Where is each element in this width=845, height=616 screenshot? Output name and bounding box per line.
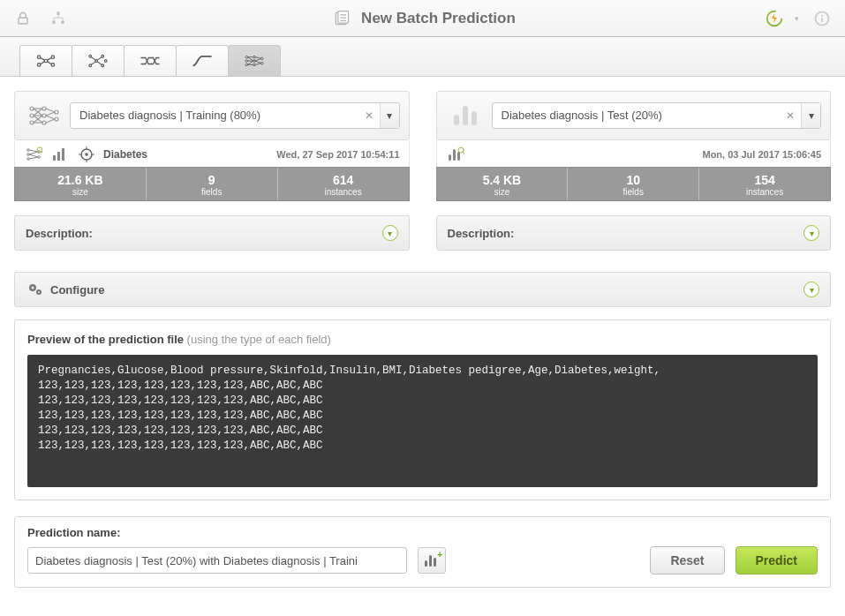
preview-content: Pregnancies,Glucose,Blood pressure,Skinf… <box>27 355 818 487</box>
svg-line-76 <box>29 157 38 159</box>
svg-rect-80 <box>57 152 60 161</box>
svg-point-99 <box>38 291 40 293</box>
configure-row[interactable]: Configure ▾ <box>14 272 831 307</box>
tab-timeseries[interactable] <box>176 45 229 77</box>
dataset-selector[interactable]: Diabetes diagnosis | Test (20%) ✕ ▾ <box>492 102 822 129</box>
svg-point-56 <box>55 117 58 121</box>
svg-line-19 <box>41 62 44 64</box>
prediction-footer: Prediction name: + Reset Predict <box>14 516 831 588</box>
model-timestamp: Wed, 27 Sep 2017 10:54:11 <box>276 149 399 160</box>
target-icon <box>77 146 96 163</box>
preview-title: Preview of the prediction file <box>27 333 184 346</box>
dataset-timestamp: Mon, 03 Jul 2017 15:06:45 <box>702 149 821 160</box>
plus-icon: + <box>437 550 442 560</box>
resource-type-tabs <box>0 37 845 77</box>
svg-line-75 <box>29 154 38 157</box>
histogram-icon <box>50 146 70 163</box>
svg-line-65 <box>46 112 55 116</box>
tab-logistic[interactable] <box>124 45 177 77</box>
svg-point-55 <box>55 110 58 114</box>
svg-line-47 <box>255 61 261 64</box>
description-label: Description: <box>448 227 515 240</box>
dataset-stats: 5.4 KBsize 10fields 154instances <box>436 167 832 201</box>
svg-line-45 <box>255 57 261 59</box>
tab-ensemble[interactable] <box>19 45 72 77</box>
model-panel: Diabetes diagnosis | Training (80%) ✕ ▾ … <box>14 91 410 251</box>
svg-line-30 <box>97 57 102 61</box>
svg-rect-88 <box>454 115 459 125</box>
svg-point-13 <box>37 56 41 59</box>
svg-point-14 <box>37 64 41 67</box>
svg-point-54 <box>42 121 46 124</box>
svg-rect-81 <box>62 148 64 161</box>
svg-rect-100 <box>425 560 427 567</box>
network-icon[interactable] <box>46 8 71 29</box>
clear-dataset-icon[interactable]: ✕ <box>780 103 801 128</box>
dataset-small-icon <box>446 146 465 163</box>
svg-rect-101 <box>429 555 432 567</box>
model-dropdown-caret[interactable]: ▾ <box>380 103 399 128</box>
create-dataset-button[interactable]: + <box>418 547 446 574</box>
svg-line-31 <box>97 62 102 65</box>
svg-line-66 <box>46 116 55 119</box>
dataset-description-row[interactable]: Description: ▾ <box>436 215 832 251</box>
page-title: New Batch Prediction <box>361 10 516 27</box>
model-stats: 21.6 KBsize 9fields 614instances <box>14 167 410 201</box>
svg-line-18 <box>41 58 44 61</box>
svg-line-48 <box>255 64 261 65</box>
svg-point-72 <box>38 156 41 159</box>
svg-rect-102 <box>434 558 436 567</box>
svg-line-20 <box>48 58 51 61</box>
svg-point-70 <box>27 158 30 161</box>
deepnet-icon <box>24 101 64 131</box>
expand-configure[interactable]: ▾ <box>804 282 819 297</box>
svg-point-83 <box>85 153 88 156</box>
svg-rect-1 <box>57 11 59 14</box>
svg-line-64 <box>46 109 55 112</box>
expand-dataset-description[interactable]: ▾ <box>804 225 819 241</box>
tab-deepnet[interactable] <box>228 45 281 77</box>
svg-line-44 <box>247 61 253 64</box>
svg-rect-89 <box>463 106 468 125</box>
dataset-icon <box>446 101 487 131</box>
refresh-icon[interactable] <box>765 9 784 28</box>
prediction-name-input[interactable] <box>27 547 407 574</box>
prediction-name-label: Prediction name: <box>27 526 818 539</box>
dataset-selected-text: Diabetes diagnosis | Test (20%) <box>493 103 781 128</box>
svg-rect-93 <box>457 152 460 161</box>
gears-icon <box>26 282 45 297</box>
svg-rect-90 <box>472 111 477 125</box>
model-description-row[interactable]: Description: ▾ <box>14 215 410 251</box>
svg-point-11 <box>821 14 823 16</box>
info-icon[interactable] <box>810 8 834 29</box>
clear-model-icon[interactable]: ✕ <box>358 103 380 128</box>
svg-point-51 <box>30 121 34 124</box>
svg-rect-2 <box>52 20 55 23</box>
svg-line-41 <box>247 57 253 61</box>
svg-line-46 <box>255 58 261 61</box>
dataset-dropdown-caret[interactable]: ▾ <box>801 103 820 128</box>
svg-point-27 <box>104 60 107 63</box>
svg-point-97 <box>32 287 34 289</box>
model-selector[interactable]: Diabetes diagnosis | Training (80%) ✕ ▾ <box>70 102 400 129</box>
svg-point-52 <box>42 107 46 110</box>
expand-model-description[interactable]: ▾ <box>382 225 398 241</box>
svg-point-49 <box>30 107 34 110</box>
dataset-panel: Diabetes diagnosis | Test (20%) ✕ ▾ Mon,… <box>436 91 832 251</box>
svg-rect-12 <box>821 18 823 22</box>
svg-line-78 <box>41 152 42 154</box>
svg-point-15 <box>44 59 48 63</box>
svg-line-73 <box>29 150 38 152</box>
svg-rect-3 <box>61 20 64 23</box>
svg-point-53 <box>42 114 46 117</box>
svg-point-69 <box>27 154 30 156</box>
lock-icon[interactable] <box>11 8 35 29</box>
tab-model[interactable] <box>72 45 124 77</box>
predict-button[interactable]: Predict <box>736 546 818 575</box>
svg-point-16 <box>51 56 55 59</box>
svg-line-28 <box>91 57 95 61</box>
svg-point-68 <box>27 149 30 152</box>
batch-prediction-icon <box>329 8 354 29</box>
reset-button[interactable]: Reset <box>650 546 724 575</box>
svg-line-67 <box>46 119 55 123</box>
